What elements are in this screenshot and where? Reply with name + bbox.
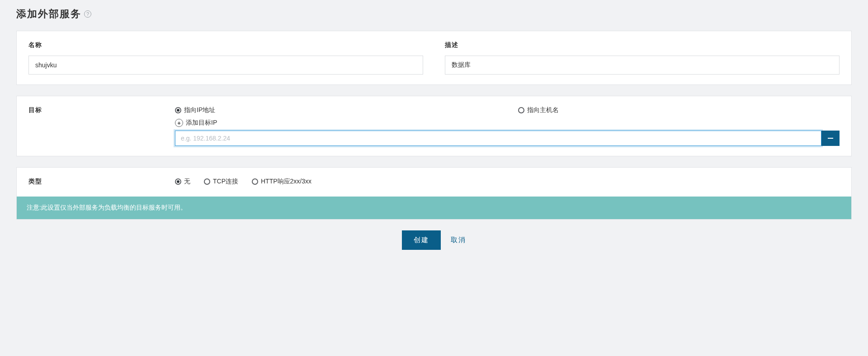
target-panel: 目标 指向IP地址 指向主机名 + 添加目标IP (16, 96, 852, 156)
radio-type-http-label: HTTP响应2xx/3xx (261, 178, 311, 186)
type-panel: 类型 无 TCP连接 HTTP响应2xx/3xx 注意:此设置仅当外部服务为负载… (16, 167, 852, 220)
radio-type-tcp[interactable]: TCP连接 (204, 178, 238, 186)
basic-info-panel: 名称 描述 (16, 31, 852, 85)
create-button[interactable]: 创建 (402, 230, 441, 250)
description-label: 描述 (445, 41, 840, 49)
help-icon[interactable]: ? (84, 10, 91, 18)
page-title: 添加外部服务 (16, 7, 81, 21)
target-section-label: 目标 (28, 106, 164, 114)
radio-icon (175, 107, 181, 113)
remove-ip-button[interactable] (821, 131, 840, 146)
radio-type-none-label: 无 (184, 178, 190, 186)
name-label: 名称 (28, 41, 423, 49)
radio-type-none[interactable]: 无 (175, 178, 190, 186)
target-ip-input[interactable] (175, 131, 821, 146)
target-ip-row (175, 131, 840, 146)
radio-target-ip-label: 指向IP地址 (184, 106, 215, 114)
radio-icon (518, 107, 524, 113)
radio-target-ip[interactable]: 指向IP地址 (175, 106, 496, 114)
description-input[interactable] (445, 56, 840, 75)
cancel-button[interactable]: 取消 (451, 236, 466, 244)
radio-type-http[interactable]: HTTP响应2xx/3xx (252, 178, 311, 186)
add-target-ip-button[interactable]: + 添加目标IP (175, 119, 217, 127)
minus-icon (828, 138, 833, 139)
add-target-ip-label: 添加目标IP (186, 119, 217, 127)
footer-actions: 创建 取消 (16, 230, 852, 250)
type-notice-bar: 注意:此设置仅当外部服务为负载均衡的目标服务时可用。 (17, 197, 851, 219)
type-section-label: 类型 (28, 178, 164, 186)
radio-icon (175, 178, 181, 185)
radio-icon (204, 178, 210, 185)
radio-target-hostname[interactable]: 指向主机名 (518, 106, 840, 114)
radio-icon (252, 178, 258, 185)
radio-type-tcp-label: TCP连接 (213, 178, 238, 186)
radio-target-hostname-label: 指向主机名 (527, 106, 559, 114)
plus-circle-icon: + (175, 119, 183, 127)
name-input[interactable] (28, 56, 423, 75)
